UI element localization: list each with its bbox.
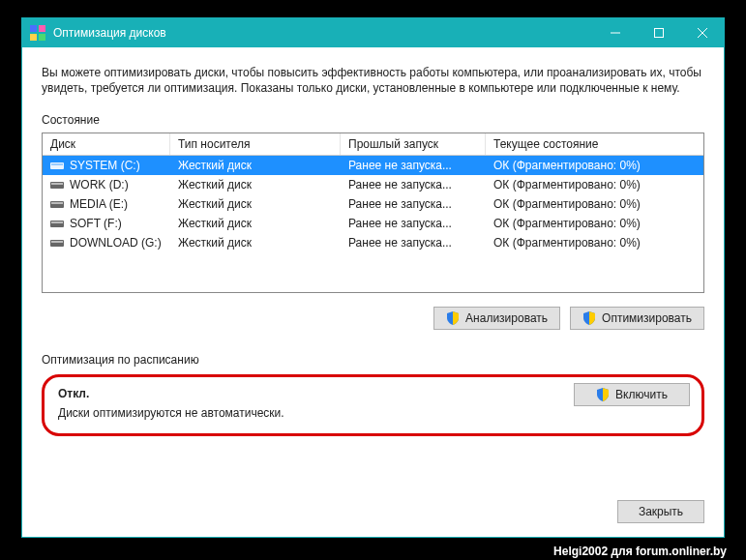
maximize-button[interactable] <box>637 18 680 47</box>
schedule-description: Диски оптимизируются не автоматически. <box>58 406 688 420</box>
disk-media: Жесткий диск <box>170 178 341 192</box>
svg-rect-1 <box>39 25 45 32</box>
disk-icon <box>50 180 64 191</box>
close-button[interactable] <box>680 18 724 47</box>
disk-state: ОК (Фрагментировано: 0%) <box>486 159 703 172</box>
col-current-state[interactable]: Текущее состояние <box>486 133 703 155</box>
disk-name: DOWNLOAD (G:) <box>70 236 162 250</box>
disk-name: WORK (D:) <box>70 178 129 192</box>
disk-media: Жесткий диск <box>170 197 341 211</box>
svg-rect-2 <box>30 34 37 41</box>
disk-last-run: Ранее не запуска... <box>341 178 486 192</box>
optimize-label: Оптимизировать <box>602 311 692 325</box>
analyze-button[interactable]: Анализировать <box>433 307 560 330</box>
content-area: Вы можете оптимизировать диски, чтобы по… <box>22 47 724 537</box>
svg-rect-5 <box>654 29 663 38</box>
disk-name: SOFT (F:) <box>70 217 122 230</box>
disk-icon <box>50 219 64 229</box>
watermark: Helgi2002 для forum.onliner.by <box>553 545 727 558</box>
shield-icon <box>582 311 596 325</box>
svg-rect-17 <box>51 241 63 243</box>
schedule-section-label: Оптимизация по расписанию <box>42 353 704 367</box>
disk-state: ОК (Фрагментировано: 0%) <box>486 217 703 230</box>
intro-text: Вы можете оптимизировать диски, чтобы по… <box>42 65 704 96</box>
disk-last-run: Ранее не запуска... <box>341 236 486 250</box>
close-label: Закрыть <box>639 505 683 518</box>
svg-rect-13 <box>51 202 63 204</box>
disk-last-run: Ранее не запуска... <box>341 217 486 230</box>
disk-name: MEDIA (E:) <box>70 197 128 211</box>
action-button-row: Анализировать Оптимизировать <box>42 307 704 330</box>
analyze-label: Анализировать <box>465 311 548 325</box>
disk-icon <box>50 199 64 210</box>
disk-media: Жесткий диск <box>170 217 341 230</box>
table-body: SYSTEM (C:)Жесткий дискРанее не запуска.… <box>43 156 703 252</box>
close-dialog-button[interactable]: Закрыть <box>617 500 704 523</box>
svg-rect-11 <box>51 183 63 185</box>
window-title: Оптимизация дисков <box>53 26 593 40</box>
footer: Закрыть <box>42 486 704 523</box>
minimize-button[interactable] <box>593 18 637 47</box>
window-controls <box>593 18 724 47</box>
status-label: Состояние <box>42 113 704 127</box>
table-row[interactable]: DOWNLOAD (G:)Жесткий дискРанее не запуск… <box>43 233 703 252</box>
disk-icon <box>50 161 64 171</box>
shield-icon <box>596 388 610 401</box>
disk-last-run: Ранее не запуска... <box>341 159 486 172</box>
col-media[interactable]: Тип носителя <box>170 133 341 155</box>
table-row[interactable]: WORK (D:)Жесткий дискРанее не запуска...… <box>43 175 703 194</box>
table-row[interactable]: SOFT (F:)Жесткий дискРанее не запуска...… <box>43 214 703 233</box>
svg-rect-15 <box>51 221 63 223</box>
disk-table: Диск Тип носителя Прошлый запуск Текущее… <box>42 133 704 293</box>
optimize-button[interactable]: Оптимизировать <box>570 307 704 330</box>
col-disk[interactable]: Диск <box>43 133 170 155</box>
enable-label: Включить <box>615 388 668 401</box>
disk-state: ОК (Фрагментировано: 0%) <box>486 197 703 211</box>
disk-last-run: Ранее не запуска... <box>341 197 486 211</box>
col-last-run[interactable]: Прошлый запуск <box>341 133 486 155</box>
window: Оптимизация дисков Вы можете оптимизиров… <box>21 17 725 538</box>
shield-icon <box>446 311 460 325</box>
disk-name: SYSTEM (C:) <box>70 159 140 172</box>
svg-rect-3 <box>39 34 45 41</box>
enable-button[interactable]: Включить <box>574 383 690 406</box>
svg-rect-0 <box>30 25 37 32</box>
disk-media: Жесткий диск <box>170 236 341 250</box>
disk-state: ОК (Фрагментировано: 0%) <box>486 178 703 192</box>
table-row[interactable]: SYSTEM (C:)Жесткий дискРанее не запуска.… <box>43 156 703 175</box>
app-icon <box>30 25 45 41</box>
disk-icon <box>50 238 64 249</box>
titlebar: Оптимизация дисков <box>22 18 724 47</box>
svg-rect-9 <box>51 163 63 165</box>
table-row[interactable]: MEDIA (E:)Жесткий дискРанее не запуска..… <box>43 194 703 214</box>
table-header: Диск Тип носителя Прошлый запуск Текущее… <box>43 133 703 156</box>
disk-state: ОК (Фрагментировано: 0%) <box>486 236 703 250</box>
schedule-box: Откл. Диски оптимизируются не автоматиче… <box>42 374 704 436</box>
disk-media: Жесткий диск <box>170 159 341 172</box>
